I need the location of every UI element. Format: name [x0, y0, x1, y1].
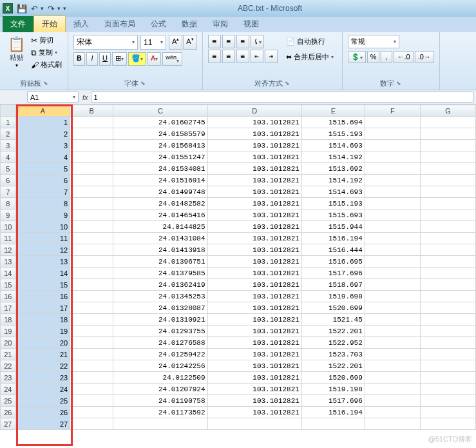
cell[interactable]: 24.0144825 [113, 221, 207, 233]
cell[interactable]: 24.01516914 [113, 175, 207, 186]
cell[interactable]: 3 [15, 140, 70, 151]
row-header[interactable]: 9 [1, 209, 16, 221]
cell[interactable]: 24.01293755 [113, 326, 207, 337]
cell[interactable] [70, 407, 113, 418]
increase-decimal-button[interactable]: ←.0 [394, 51, 413, 63]
cell[interactable]: 103.1012821 [207, 151, 301, 163]
cell[interactable] [70, 326, 113, 337]
cell[interactable] [70, 244, 113, 256]
cell[interactable]: 1 [15, 117, 70, 128]
cell[interactable]: 18 [15, 314, 70, 326]
cell[interactable]: 24.01310921 [113, 314, 207, 326]
cell[interactable]: 4 [15, 151, 70, 163]
file-tab[interactable]: 文件 [3, 16, 33, 32]
row-header[interactable]: 8 [1, 198, 16, 209]
cell[interactable]: 17 [15, 302, 70, 314]
column-header-G[interactable]: G [420, 105, 475, 117]
column-header-C[interactable]: C [113, 105, 207, 117]
row-header[interactable]: 25 [1, 395, 16, 407]
cell[interactable]: 10 [15, 221, 70, 233]
cell[interactable] [365, 140, 420, 151]
cell[interactable]: 25 [15, 395, 70, 407]
cell[interactable]: 103.1012821 [207, 198, 301, 209]
cell[interactable]: 20 [15, 337, 70, 349]
increase-indent-button[interactable]: ⇥ [265, 50, 278, 63]
cell[interactable]: 1516.444 [301, 244, 365, 256]
row-header[interactable]: 14 [1, 268, 16, 279]
cell[interactable]: 1513.692 [301, 163, 365, 175]
format-painter-button[interactable]: 🖌格式刷 [30, 59, 62, 70]
cell[interactable] [365, 268, 420, 279]
cell[interactable]: 103.1012821 [207, 302, 301, 314]
cell[interactable]: 103.1012821 [207, 186, 301, 198]
cell[interactable] [70, 256, 113, 268]
cell[interactable]: 24.01534081 [113, 163, 207, 175]
cell[interactable]: 103.1012821 [207, 209, 301, 221]
cell[interactable]: 103.1012821 [207, 349, 301, 360]
cell[interactable]: 103.1012821 [207, 384, 301, 395]
cell[interactable] [365, 384, 420, 395]
row-header[interactable]: 15 [1, 279, 16, 291]
cell[interactable]: 1514.192 [301, 175, 365, 186]
cell[interactable]: 24.01379585 [113, 268, 207, 279]
cell[interactable]: 24 [15, 384, 70, 395]
merge-center-button[interactable]: ⬌合并后居中▾ [283, 50, 337, 64]
cell[interactable] [70, 384, 113, 395]
cell[interactable] [420, 198, 475, 209]
cell[interactable]: 23 [15, 372, 70, 384]
decrease-decimal-button[interactable]: .0→ [415, 51, 434, 63]
column-header-F[interactable]: F [365, 105, 420, 117]
cell[interactable] [420, 117, 475, 128]
cell[interactable] [365, 244, 420, 256]
tab-page-layout[interactable]: 页面布局 [97, 16, 143, 32]
row-header[interactable]: 26 [1, 407, 16, 418]
cell[interactable]: 24.01602745 [113, 117, 207, 128]
cell[interactable] [207, 418, 301, 430]
cell[interactable] [70, 314, 113, 326]
bold-button[interactable]: B [73, 52, 85, 66]
cell[interactable] [70, 128, 113, 140]
row-header[interactable]: 10 [1, 221, 16, 233]
cell[interactable] [70, 372, 113, 384]
cell[interactable]: 103.1012821 [207, 117, 301, 128]
align-bottom-button[interactable]: ≡ [236, 35, 249, 48]
cell[interactable] [420, 256, 475, 268]
cell[interactable]: 24.01190758 [113, 395, 207, 407]
cell[interactable] [70, 395, 113, 407]
cell[interactable] [70, 418, 113, 430]
row-header[interactable]: 22 [1, 360, 16, 372]
cell[interactable]: 12 [15, 244, 70, 256]
wrap-text-button[interactable]: 📄自动换行 [283, 35, 337, 48]
row-header[interactable]: 23 [1, 372, 16, 384]
cell[interactable]: 1522.952 [301, 337, 365, 349]
cell[interactable]: 27 [15, 418, 70, 430]
row-header[interactable]: 13 [1, 256, 16, 268]
cell[interactable] [70, 140, 113, 151]
cell[interactable]: 19 [15, 326, 70, 337]
cell[interactable] [365, 198, 420, 209]
formula-input[interactable]: 1 [91, 92, 473, 102]
cell[interactable] [420, 175, 475, 186]
cell[interactable] [420, 337, 475, 349]
row-header[interactable]: 5 [1, 163, 16, 175]
cell[interactable] [70, 360, 113, 372]
cell[interactable]: 24.01328087 [113, 302, 207, 314]
cell[interactable]: 24.01173592 [113, 407, 207, 418]
font-name-select[interactable]: 宋体▾ [73, 35, 138, 50]
cell[interactable] [365, 151, 420, 163]
row-header[interactable]: 12 [1, 244, 16, 256]
cell[interactable]: 1516.695 [301, 256, 365, 268]
cell[interactable]: 103.1012821 [207, 256, 301, 268]
cell[interactable]: 103.1012821 [207, 175, 301, 186]
cell[interactable]: 1519.698 [301, 291, 365, 302]
cell[interactable] [365, 326, 420, 337]
cell[interactable] [70, 268, 113, 279]
cell[interactable]: 1520.699 [301, 372, 365, 384]
row-header[interactable]: 18 [1, 314, 16, 326]
number-format-select[interactable]: 常规▾ [348, 35, 399, 48]
cell[interactable] [420, 384, 475, 395]
cell[interactable]: 1518.697 [301, 279, 365, 291]
align-right-button[interactable]: ≡ [236, 50, 249, 63]
row-header[interactable]: 19 [1, 326, 16, 337]
row-header[interactable]: 4 [1, 151, 16, 163]
